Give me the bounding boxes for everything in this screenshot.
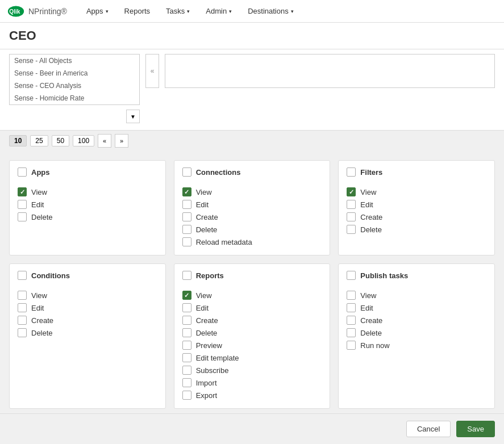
reports-preview-checkbox[interactable] (182, 341, 191, 350)
reports-create-checkbox[interactable] (182, 316, 191, 325)
perm-card-filters-header: Filters (347, 167, 486, 180)
conditions-view-checkbox[interactable] (18, 291, 27, 300)
filters-view-checkbox[interactable] (347, 187, 356, 196)
nav-apps[interactable]: Apps ▾ (78, 0, 116, 23)
app-name-label: NPrinting® (28, 7, 67, 16)
publish-tasks-edit-checkbox[interactable] (347, 303, 356, 312)
reports-view-checkbox[interactable] (182, 291, 191, 300)
tasks-caret-icon: ▾ (187, 9, 190, 14)
apps-delete-checkbox[interactable] (18, 212, 27, 221)
perm-card-connections: Connections View Edit Create Delete Relo… (174, 160, 331, 255)
page-size-50[interactable]: 50 (52, 135, 69, 146)
connections-view-checkbox[interactable] (182, 187, 191, 196)
perm-row: Delete (347, 326, 486, 339)
perm-card-conditions: Conditions View Edit Create Delete (9, 263, 166, 409)
reports-header-checkbox[interactable] (182, 271, 191, 280)
perm-row: Edit (347, 198, 486, 211)
conditions-create-checkbox[interactable] (18, 316, 27, 325)
list-item[interactable]: Sense - All Objects (10, 55, 139, 67)
cancel-button[interactable]: Cancel (406, 421, 451, 437)
page-next-btn[interactable]: » (115, 134, 128, 148)
conditions-header-checkbox[interactable] (18, 271, 27, 280)
connections-header-checkbox[interactable] (182, 167, 191, 177)
perm-row: Edit (18, 198, 157, 211)
page-size-25[interactable]: 25 (30, 135, 48, 146)
pagination-area: 10 25 50 100 « » (0, 131, 504, 151)
filters-delete-checkbox[interactable] (347, 225, 356, 234)
nav-menu: Apps ▾ Reports Tasks ▾ Admin ▾ Destinati… (78, 0, 302, 23)
apps-edit-checkbox[interactable] (18, 200, 27, 209)
reports-export-checkbox[interactable] (182, 391, 191, 400)
page-size-100[interactable]: 100 (73, 135, 94, 146)
perm-row: Reload metadata (182, 236, 322, 248)
perm-row: Edit template (182, 351, 322, 364)
perm-row: Edit (18, 301, 157, 314)
nav-reports[interactable]: Reports (116, 0, 159, 23)
perm-card-publish-tasks: Publish tasks View Edit Create Delete Ru… (338, 263, 495, 409)
list-item[interactable]: Sense - Homicide Rate (10, 92, 139, 104)
reports-import-checkbox[interactable] (182, 378, 191, 387)
navbar: Qlik NPrinting® Apps ▾ Reports Tasks ▾ A… (0, 0, 504, 23)
svg-text:Qlik: Qlik (9, 8, 20, 14)
page-prev-btn[interactable]: « (98, 134, 111, 148)
perm-row: Run now (347, 339, 486, 351)
publish-tasks-view-checkbox[interactable] (347, 291, 356, 300)
brand: Qlik NPrinting® (7, 5, 67, 18)
reports-subscribe-checkbox[interactable] (182, 366, 191, 375)
perm-row: View (347, 289, 486, 301)
publish-tasks-delete-checkbox[interactable] (347, 328, 356, 337)
list-item[interactable]: Sense - Beer in America (10, 67, 139, 79)
publish-tasks-create-checkbox[interactable] (347, 316, 356, 325)
perm-card-reports-header: Reports (182, 271, 322, 283)
connections-create-checkbox[interactable] (182, 212, 191, 221)
footer: Cancel Save (0, 413, 504, 444)
connections-edit-checkbox[interactable] (182, 200, 191, 209)
publish-tasks-header-checkbox[interactable] (347, 271, 356, 280)
perm-row: View (18, 289, 157, 301)
save-button[interactable]: Save (456, 421, 495, 437)
list-item[interactable]: Sense - CEO Analysis (10, 79, 139, 92)
filters-header-checkbox[interactable] (347, 167, 356, 177)
connections-reload-checkbox[interactable] (182, 237, 191, 246)
publish-tasks-run-now-checkbox[interactable] (347, 341, 356, 350)
apps-caret-icon: ▾ (106, 9, 109, 14)
perm-row: Subscribe (182, 364, 322, 376)
perm-row: View (182, 186, 322, 198)
perm-row: Export (182, 389, 322, 401)
perm-row: Import (182, 376, 322, 389)
perm-row: Edit (182, 198, 322, 211)
apps-view-checkbox[interactable] (18, 187, 27, 196)
perm-row: Preview (182, 339, 322, 351)
nav-admin[interactable]: Admin ▾ (198, 0, 240, 23)
perm-row: Create (182, 314, 322, 326)
perm-row: Delete (182, 326, 322, 339)
perm-row: Delete (182, 223, 322, 236)
preview-area (165, 54, 495, 88)
perm-card-publish-tasks-header: Publish tasks (347, 271, 486, 283)
perm-row: Delete (18, 211, 157, 223)
nav-tasks[interactable]: Tasks ▾ (158, 0, 198, 23)
nav-destinations[interactable]: Destinations ▾ (240, 0, 302, 23)
qlik-logo-icon: Qlik (7, 5, 25, 18)
filters-edit-checkbox[interactable] (347, 200, 356, 209)
perm-card-filters: Filters View Edit Create Delete (338, 160, 495, 255)
apps-header-checkbox[interactable] (18, 167, 27, 177)
perm-row: Delete (347, 223, 486, 236)
reports-edit-checkbox[interactable] (182, 303, 191, 312)
scroll-down-btn[interactable]: ▼ (126, 110, 140, 123)
page-size-10[interactable]: 10 (9, 135, 27, 146)
collapse-btn[interactable]: « (145, 54, 159, 88)
perm-row: Delete (18, 326, 157, 339)
perm-row: Create (347, 211, 486, 223)
conditions-edit-checkbox[interactable] (18, 303, 27, 312)
connections-delete-checkbox[interactable] (182, 225, 191, 234)
perm-row: View (347, 186, 486, 198)
perm-row: Create (182, 211, 322, 223)
selector-list: Sense - All Objects Sense - Beer in Amer… (9, 54, 140, 105)
reports-edit-template-checkbox[interactable] (182, 353, 191, 362)
conditions-delete-checkbox[interactable] (18, 328, 27, 337)
perm-row: Edit (182, 301, 322, 314)
reports-delete-checkbox[interactable] (182, 328, 191, 337)
permissions-grid: Apps View Edit Delete Connections View E… (0, 151, 504, 444)
filters-create-checkbox[interactable] (347, 212, 356, 221)
